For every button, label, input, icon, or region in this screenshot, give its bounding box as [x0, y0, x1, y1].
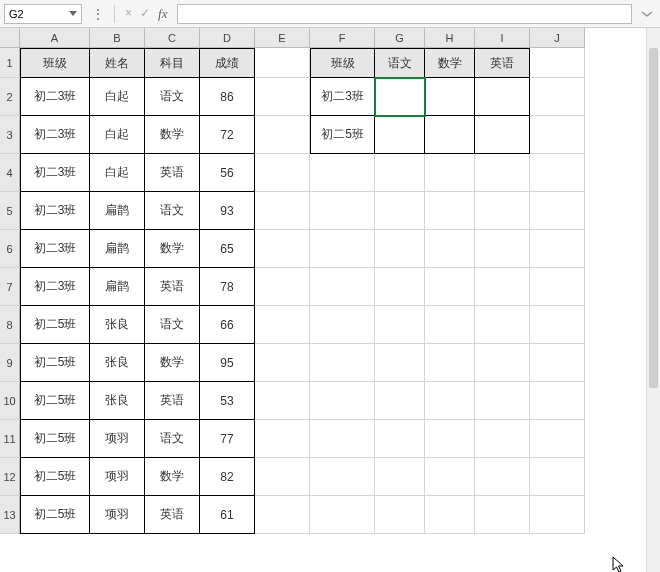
cell-E5[interactable]	[255, 192, 310, 230]
cell-H10[interactable]	[425, 382, 475, 420]
cell-J11[interactable]	[530, 420, 585, 458]
cell-D4[interactable]: 56	[200, 154, 255, 192]
cell-G3[interactable]	[375, 116, 425, 154]
cell-J4[interactable]	[530, 154, 585, 192]
cell-J8[interactable]	[530, 306, 585, 344]
cell-C1[interactable]: 科目	[145, 48, 200, 78]
cell-A4[interactable]: 初二3班	[20, 154, 90, 192]
cell-I13[interactable]	[475, 496, 530, 534]
cell-E6[interactable]	[255, 230, 310, 268]
cell-I12[interactable]	[475, 458, 530, 496]
cell-B3[interactable]: 白起	[90, 116, 145, 154]
column-header-C[interactable]: C	[145, 28, 200, 48]
cell-C5[interactable]: 语文	[145, 192, 200, 230]
cell-J1[interactable]	[530, 48, 585, 78]
cell-E3[interactable]	[255, 116, 310, 154]
cell-F8[interactable]	[310, 306, 375, 344]
cell-D10[interactable]: 53	[200, 382, 255, 420]
cell-G10[interactable]	[375, 382, 425, 420]
row-header-6[interactable]: 6	[0, 230, 20, 268]
cell-J9[interactable]	[530, 344, 585, 382]
cell-G12[interactable]	[375, 458, 425, 496]
cell-H8[interactable]	[425, 306, 475, 344]
cell-H5[interactable]	[425, 192, 475, 230]
cell-C8[interactable]: 语文	[145, 306, 200, 344]
cell-G5[interactable]	[375, 192, 425, 230]
cell-C7[interactable]: 英语	[145, 268, 200, 306]
cell-B2[interactable]: 白起	[90, 78, 145, 116]
cell-I8[interactable]	[475, 306, 530, 344]
cell-H4[interactable]	[425, 154, 475, 192]
cell-F1[interactable]: 班级	[310, 48, 375, 78]
cell-A1[interactable]: 班级	[20, 48, 90, 78]
cell-B1[interactable]: 姓名	[90, 48, 145, 78]
cell-A5[interactable]: 初二3班	[20, 192, 90, 230]
cell-G6[interactable]	[375, 230, 425, 268]
cell-D5[interactable]: 93	[200, 192, 255, 230]
formula-bar[interactable]	[177, 4, 632, 24]
cell-C3[interactable]: 数学	[145, 116, 200, 154]
cell-F13[interactable]	[310, 496, 375, 534]
cell-E7[interactable]	[255, 268, 310, 306]
cell-H7[interactable]	[425, 268, 475, 306]
cell-J13[interactable]	[530, 496, 585, 534]
cell-J5[interactable]	[530, 192, 585, 230]
cell-I9[interactable]	[475, 344, 530, 382]
cell-J3[interactable]	[530, 116, 585, 154]
name-box[interactable]: G2	[4, 4, 82, 24]
cell-J12[interactable]	[530, 458, 585, 496]
cell-I2[interactable]	[475, 78, 530, 116]
cell-G9[interactable]	[375, 344, 425, 382]
cell-B12[interactable]: 项羽	[90, 458, 145, 496]
fx-icon[interactable]: fx	[158, 6, 167, 22]
cell-D13[interactable]: 61	[200, 496, 255, 534]
select-all-corner[interactable]	[0, 28, 20, 48]
cell-F10[interactable]	[310, 382, 375, 420]
cell-C11[interactable]: 语文	[145, 420, 200, 458]
cell-F11[interactable]	[310, 420, 375, 458]
cell-G7[interactable]	[375, 268, 425, 306]
column-header-H[interactable]: H	[425, 28, 475, 48]
cell-C6[interactable]: 数学	[145, 230, 200, 268]
column-header-F[interactable]: F	[310, 28, 375, 48]
cell-B6[interactable]: 扁鹊	[90, 230, 145, 268]
cell-C9[interactable]: 数学	[145, 344, 200, 382]
cell-H6[interactable]	[425, 230, 475, 268]
cell-G8[interactable]	[375, 306, 425, 344]
row-header-9[interactable]: 9	[0, 344, 20, 382]
column-headers[interactable]: ABCDEFGHIJ	[20, 28, 585, 48]
cell-B8[interactable]: 张良	[90, 306, 145, 344]
cell-I4[interactable]	[475, 154, 530, 192]
cell-D12[interactable]: 82	[200, 458, 255, 496]
cell-H12[interactable]	[425, 458, 475, 496]
confirm-formula-icon[interactable]: ✓	[140, 6, 150, 22]
row-header-4[interactable]: 4	[0, 154, 20, 192]
cell-A7[interactable]: 初二3班	[20, 268, 90, 306]
cell-E4[interactable]	[255, 154, 310, 192]
cancel-formula-icon[interactable]: ×	[125, 6, 132, 22]
column-header-D[interactable]: D	[200, 28, 255, 48]
cell-B7[interactable]: 扁鹊	[90, 268, 145, 306]
cell-G1[interactable]: 语文	[375, 48, 425, 78]
cell-I11[interactable]	[475, 420, 530, 458]
spreadsheet-grid[interactable]: ABCDEFGHIJ 12345678910111213 班级姓名科目成绩初二3…	[0, 28, 660, 572]
cell-D1[interactable]: 成绩	[200, 48, 255, 78]
cell-C10[interactable]: 英语	[145, 382, 200, 420]
cell-H3[interactable]	[425, 116, 475, 154]
cell-E10[interactable]	[255, 382, 310, 420]
cell-F5[interactable]	[310, 192, 375, 230]
cell-I5[interactable]	[475, 192, 530, 230]
cell-H13[interactable]	[425, 496, 475, 534]
menu-dots-icon[interactable]: ⋮	[88, 7, 108, 21]
cell-D3[interactable]: 72	[200, 116, 255, 154]
cell-A10[interactable]: 初二5班	[20, 382, 90, 420]
cell-I1[interactable]: 英语	[475, 48, 530, 78]
name-box-dropdown-icon[interactable]	[69, 11, 77, 16]
cell-G11[interactable]	[375, 420, 425, 458]
cell-E2[interactable]	[255, 78, 310, 116]
cell-I7[interactable]	[475, 268, 530, 306]
cell-F7[interactable]	[310, 268, 375, 306]
column-header-A[interactable]: A	[20, 28, 90, 48]
cell-B4[interactable]: 白起	[90, 154, 145, 192]
cell-A6[interactable]: 初二3班	[20, 230, 90, 268]
